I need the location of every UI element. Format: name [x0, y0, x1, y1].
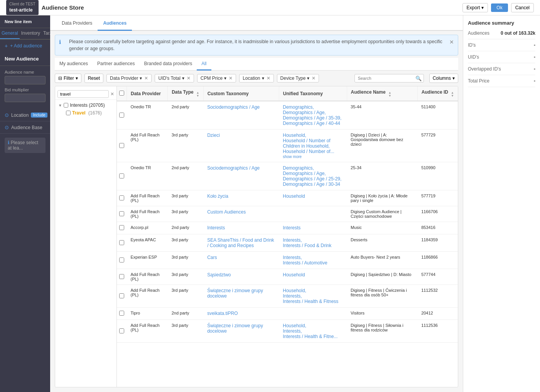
sidebar-info-box: ℹ Please select at lea... — [5, 138, 46, 153]
alert-close-button[interactable]: ✕ — [449, 38, 454, 46]
tree-search-clear[interactable]: ✕ — [110, 91, 114, 97]
cell-custom-taxonomy[interactable]: Dzieci — [203, 130, 279, 162]
cell-unified-taxonomy[interactable]: Household — [279, 190, 347, 206]
cell-unified-taxonomy[interactable]: Interests,Interests / Automotive — [279, 252, 347, 269]
row-checkbox-1[interactable] — [119, 143, 124, 148]
cell-custom-taxonomy[interactable]: Świąteczne i zimowe grupy docelowe — [203, 320, 279, 343]
cell-custom-taxonomy[interactable]: Sąsiedztwo — [203, 269, 279, 285]
cell-custom-taxonomy[interactable]: sveikata.tiPRO — [203, 308, 279, 320]
cell-data-type: 2nd party — [168, 162, 203, 190]
sidebar-tab-inventory[interactable]: Inventory — [20, 28, 42, 39]
summary-value: - — [534, 78, 535, 84]
sidebar-audience-base-item[interactable]: ⊙ Audience Base — [0, 121, 50, 134]
row-checkbox-4[interactable] — [119, 211, 124, 216]
chip-device-type[interactable]: Device Type ▾ ✕ — [277, 74, 319, 82]
page-title: Audience Store — [42, 4, 84, 11]
sort-audience-name-icon[interactable]: ▲▼ — [388, 91, 392, 98]
row-checkbox-5[interactable] — [119, 225, 124, 230]
cell-audience-name: Digiseg | Dzieci | A: Gospodarstwa domow… — [347, 130, 417, 162]
cell-custom-taxonomy[interactable]: Sociodemographics / Age — [203, 162, 279, 190]
sub-tab-branded[interactable]: Branded data providers — [139, 58, 197, 71]
sidebar-location-item[interactable]: ⊙ Location Include — [0, 109, 50, 121]
summary-label: Audiences — [468, 30, 489, 36]
cell-custom-taxonomy[interactable]: Świąteczne i zimowe grupy docelowe — [203, 285, 279, 308]
cell-data-type: 3rd party — [168, 269, 203, 285]
search-icon: 🔍 — [415, 76, 422, 81]
tab-audiences[interactable]: Audiences — [98, 17, 132, 31]
tree-checkbox-travel[interactable] — [66, 111, 71, 115]
row-checkbox-3[interactable] — [119, 195, 124, 200]
tab-data-providers[interactable]: Data Providers — [56, 17, 98, 31]
th-data-provider: Data Provider — [127, 86, 168, 101]
filter-button[interactable]: ⊟ Filter ▾ — [55, 74, 81, 83]
chip-location[interactable]: Location ▾ ✕ — [239, 74, 273, 82]
cell-custom-taxonomy[interactable]: Custom Audiences — [203, 206, 279, 222]
audience-base-icon: ⊙ — [5, 124, 9, 130]
cell-custom-taxonomy[interactable]: Interests — [203, 222, 279, 234]
sub-tab-partner-audiences[interactable]: Partner audiences — [93, 58, 139, 71]
chip-uid-close[interactable]: ✕ — [187, 76, 191, 81]
cell-unified-taxonomy[interactable] — [279, 308, 347, 320]
chip-cpm-price[interactable]: CPM Price ▾ ✕ — [197, 74, 236, 82]
row-checkbox-2[interactable] — [119, 173, 124, 178]
row-checkbox-7[interactable] — [119, 257, 124, 262]
chip-device-close[interactable]: ✕ — [312, 76, 316, 81]
chip-uid-total[interactable]: UID's Total ▾ ✕ — [155, 74, 194, 82]
th-checkbox — [117, 86, 127, 101]
summary-label: Overlapped ID's — [468, 66, 501, 72]
chip-data-provider[interactable]: Data Provider ▾ ✕ — [106, 74, 152, 82]
ok-button[interactable]: Ok — [491, 3, 508, 12]
tree-search-input[interactable] — [57, 90, 109, 98]
add-audience-button[interactable]: + + Add audience — [0, 39, 50, 52]
cell-audience-name: Visitors — [347, 308, 417, 320]
cell-custom-taxonomy[interactable]: Sociodemographics / Age — [203, 101, 279, 130]
th-audience-name[interactable]: Audience Name ▲▼ — [347, 86, 417, 101]
tree-arrow-icon[interactable]: ▼ — [58, 103, 62, 108]
tree-item-travel[interactable]: Travel (1676) — [55, 109, 116, 117]
cell-data-provider: Onedio TR — [127, 162, 168, 190]
row-checkbox-6[interactable] — [119, 240, 124, 245]
reset-button[interactable]: Reset — [84, 74, 103, 83]
cell-audience-id: 577719 — [417, 190, 458, 206]
cell-unified-taxonomy[interactable]: Interests — [279, 222, 347, 234]
sub-tab-all[interactable]: All — [197, 58, 211, 71]
row-checkbox-10[interactable] — [119, 311, 124, 316]
cell-unified-taxonomy[interactable]: Demographics,Demographics / Age,Demograp… — [279, 162, 347, 190]
cell-unified-taxonomy[interactable]: Household,Household / Number of Children… — [279, 130, 347, 162]
row-checkbox-0[interactable] — [119, 113, 124, 118]
row-checkbox-8[interactable] — [119, 274, 124, 279]
search-input[interactable] — [354, 74, 424, 82]
table-row: Eyeota APAC3rd partySEA ShareThis / Food… — [117, 234, 458, 252]
row-checkbox-11[interactable] — [119, 328, 124, 333]
row-checkbox-9[interactable] — [119, 293, 124, 298]
cell-unified-taxonomy[interactable]: Demographics,Demographics / Age,Demograp… — [279, 101, 347, 130]
cell-custom-taxonomy[interactable]: Cars — [203, 252, 279, 269]
cell-unified-taxonomy[interactable] — [279, 206, 347, 222]
cell-unified-taxonomy[interactable]: Household — [279, 269, 347, 285]
sidebar-tab-general[interactable]: General — [0, 28, 20, 39]
summary-label: Total Price — [468, 78, 489, 84]
columns-button[interactable]: Columns ▾ — [429, 74, 458, 83]
sub-tab-my-audiences[interactable]: My audiences — [55, 58, 93, 71]
cell-custom-taxonomy[interactable]: SEA ShareThis / Food and Drink / Cooking… — [203, 234, 279, 252]
export-button[interactable]: Export ▾ — [462, 3, 488, 12]
sidebar: New line item General Inventory Tar... +… — [0, 15, 50, 392]
th-audience-id[interactable]: Audience ID ▲▼ — [417, 86, 458, 101]
chip-data-provider-close[interactable]: ✕ — [144, 76, 148, 81]
tree-checkbox-interests[interactable] — [64, 103, 68, 108]
sort-data-type-icon[interactable]: ▲▼ — [196, 91, 199, 98]
cell-audience-id: 577729 — [417, 130, 458, 162]
cell-unified-taxonomy[interactable]: Household,Interests,Interests / Health &… — [279, 320, 347, 343]
select-all-checkbox[interactable] — [119, 91, 124, 96]
bid-multiplier-input[interactable] — [5, 94, 46, 102]
cancel-button[interactable]: Cancel — [511, 3, 534, 12]
cell-unified-taxonomy[interactable]: Interests,Interests / Food & Drink — [279, 234, 347, 252]
chip-cpm-close[interactable]: ✕ — [229, 76, 233, 81]
tree-item-interests[interactable]: ▼ Interests (20705) — [55, 101, 116, 109]
audience-name-input[interactable] — [5, 76, 46, 84]
sort-audience-id-icon[interactable]: ▲▼ — [451, 91, 454, 98]
cell-custom-taxonomy[interactable]: Koło życia — [203, 190, 279, 206]
chip-location-close[interactable]: ✕ — [267, 76, 270, 81]
cell-unified-taxonomy[interactable]: Household,Interests,Interests / Health &… — [279, 285, 347, 308]
th-data-type[interactable]: Data Type ▲▼ — [168, 86, 203, 101]
